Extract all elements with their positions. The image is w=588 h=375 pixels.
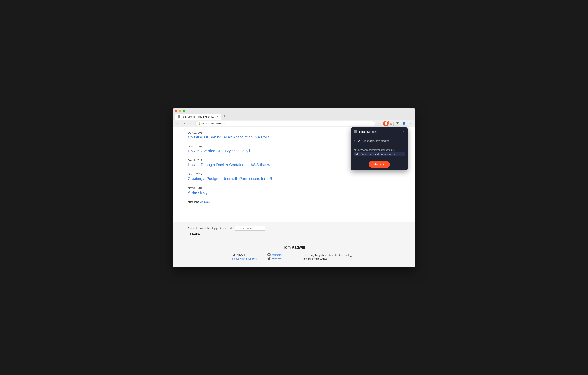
refresh-button[interactable]: ↻ — [189, 121, 194, 126]
blocked-url-1: https://www.googletagmanager.com/gta... — [354, 148, 405, 152]
footer-col-contact: Tom Kadwill tomkadwill@gmail.com — [231, 253, 260, 261]
blog-title-5[interactable]: A New Blog — [188, 190, 207, 195]
footer-col-desc: This is my blog where I talk about techn… — [304, 253, 357, 261]
tabs-bar: Tom Kadwill | This is my blog w... × + — [175, 114, 413, 120]
browser-chrome: Tom Kadwill | This is my blog w... × + — [173, 108, 415, 120]
blocked-url-2: https://cdn-images.mailchimp.com/emb... — [354, 152, 405, 156]
footer-author-name: Tom Kadwill — [188, 245, 400, 250]
email-subscribe-section: Subscribe to receive blog posts via emai… — [173, 222, 415, 239]
warning-icon: ⚠ — [390, 122, 392, 125]
email-subscribe-label: Subscribe to receive blog posts via emai… — [188, 227, 233, 230]
popup-trackers-section: ∧ 2 Ads and trackers blocked — [351, 136, 408, 146]
twitter-icon — [267, 257, 271, 260]
popup-site-info: tomkadwill.com — [354, 130, 377, 133]
bookmark-button[interactable]: ☆ — [377, 121, 382, 126]
popup-site-name: tomkadwill.com — [359, 130, 377, 133]
blog-entry-5: Nov 30, 2017 A New Blog — [188, 187, 400, 195]
footer-col-social: tomkadwill tomkadwill — [267, 253, 296, 261]
tracker-count: 2 — [357, 139, 360, 143]
tab-close-button[interactable]: × — [216, 115, 219, 118]
blog-title-1[interactable]: Counting Or Sorting By An Association In… — [188, 135, 273, 139]
blog-date-4: Dec 1, 2017 — [188, 173, 400, 176]
footer-twitter-row: tomkadwill — [267, 257, 296, 260]
account-button[interactable]: 👤 — [401, 121, 407, 126]
blog-title-3[interactable]: How to Debug a Docker Container in AWS t… — [188, 163, 273, 167]
navigation-bar: ‹ › ↻ 🔒 https://tomkadwill.com ☆ 2 ⚠ ⓘ 👤… — [173, 120, 415, 127]
popup-blocked-list: https://www.googletagmanager.com/gta... … — [351, 146, 408, 158]
minimize-window-button[interactable] — [179, 110, 181, 112]
blog-entry-4: Dec 1, 2017 Creating a Postgres User wit… — [188, 173, 400, 181]
new-tab-button[interactable]: + — [222, 114, 227, 119]
back-button[interactable]: ‹ — [175, 121, 180, 126]
popup-close-button[interactable]: × — [403, 130, 405, 133]
brave-popup: tomkadwill.com × ∧ 2 Ads and trackers bl… — [351, 127, 408, 170]
twitter-link[interactable]: tomkadwill — [272, 257, 283, 260]
info-button[interactable]: ⓘ — [395, 121, 400, 126]
popup-chevron-icon: ∧ — [354, 140, 356, 142]
shield-badge-count: 2 — [387, 120, 389, 123]
footer-github-row: tomkadwill — [267, 253, 296, 256]
rss-link[interactable]: via RSS — [200, 200, 210, 203]
email-input[interactable] — [235, 226, 265, 231]
go-back-button[interactable]: Go back — [369, 161, 390, 168]
github-icon — [267, 253, 271, 256]
address-bar[interactable]: 🔒 https://tomkadwill.com — [196, 121, 375, 126]
subscribe-button[interactable]: Subscribe — [188, 232, 202, 236]
popup-header: tomkadwill.com × — [351, 127, 408, 136]
popup-site-favicon — [354, 130, 357, 133]
blog-title-2[interactable]: How to Override CSS Styles in Jekyll — [188, 149, 250, 153]
active-tab[interactable]: Tom Kadwill | This is my blog w... × — [175, 114, 221, 120]
footer-columns: Tom Kadwill tomkadwill@gmail.com tomkadw… — [188, 253, 400, 261]
footer-author: Tom Kadwill — [231, 253, 260, 256]
page-wrapper: tomkadwill.com × ∧ 2 Ads and trackers bl… — [173, 127, 415, 267]
menu-button[interactable]: ≡ — [408, 121, 413, 126]
popup-footer: Go back — [351, 158, 408, 170]
maximize-window-button[interactable] — [183, 110, 185, 112]
tab-favicon — [178, 115, 180, 118]
footer-email[interactable]: tomkadwill@gmail.com — [231, 257, 257, 260]
url-display: https://tomkadwill.com — [202, 122, 373, 125]
traffic-lights — [175, 110, 413, 112]
forward-button[interactable]: › — [182, 121, 187, 126]
subscribe-text: subscribe — [188, 200, 199, 203]
tracker-label: Ads and trackers blocked — [362, 140, 389, 142]
tab-title: Tom Kadwill | This is my blog w... — [181, 115, 215, 118]
lock-icon: 🔒 — [198, 122, 201, 125]
footer-description: This is my blog where I talk about techn… — [304, 253, 357, 261]
subscribe-rss-line: subscribe via RSS — [188, 200, 400, 203]
nav-divider — [393, 122, 394, 125]
footer: Tom Kadwill Tom Kadwill tomkadwill@gmail… — [173, 239, 415, 267]
brave-shield-button[interactable]: 2 — [383, 121, 388, 126]
close-window-button[interactable] — [175, 110, 178, 112]
blog-title-4[interactable]: Creating a Postgres User with Permission… — [188, 176, 275, 181]
github-link[interactable]: tomkadwill — [272, 253, 283, 256]
nav-right-controls: ☆ 2 ⚠ ⓘ 👤 ≡ — [377, 121, 413, 126]
blog-date-5: Nov 30, 2017 — [188, 187, 400, 190]
